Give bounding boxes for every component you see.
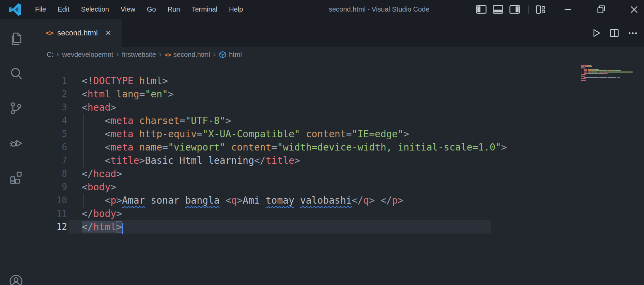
account-icon[interactable] xyxy=(8,273,24,285)
line-number: 10 xyxy=(32,194,67,207)
split-editor-button[interactable] xyxy=(609,27,620,39)
extensions-icon[interactable] xyxy=(8,170,24,186)
source-control-icon[interactable] xyxy=(8,100,24,116)
customize-layout-icon[interactable] xyxy=(536,5,545,14)
line-number: 4 xyxy=(32,114,67,127)
run-and-debug-icon[interactable] xyxy=(8,135,24,151)
menu-help[interactable]: Help xyxy=(223,0,249,19)
html-file-icon: <> xyxy=(165,51,171,58)
tab-second-html[interactable]: <> second.html ✕ xyxy=(32,19,122,47)
controls-divider xyxy=(528,5,529,14)
code-line-6[interactable]: 6 <meta name="viewport" content="width=d… xyxy=(32,141,644,154)
explorer-icon[interactable] xyxy=(8,31,24,47)
breadcrumb-item-second-html[interactable]: <>second.html xyxy=(165,51,210,59)
code-line-1[interactable]: 1<!DOCTYPE html> xyxy=(32,74,644,88)
breadcrumb-item-firstwebsite[interactable]: firstwebsite xyxy=(122,51,156,59)
code-line-12[interactable]: 12</html> xyxy=(32,220,644,234)
menu-file[interactable]: File xyxy=(29,0,52,19)
line-number: 2 xyxy=(32,88,67,101)
chevron-right-icon: › xyxy=(213,51,216,58)
chevron-right-icon: › xyxy=(159,51,162,58)
menu-edit[interactable]: Edit xyxy=(52,0,75,19)
activity-bar xyxy=(0,19,32,285)
vscode-logo-icon xyxy=(9,3,22,16)
line-number: 9 xyxy=(32,180,67,194)
code-line-8[interactable]: 8</head> xyxy=(32,167,644,180)
html-file-icon: <> xyxy=(46,29,53,37)
code-line-2[interactable]: 2<html lang="en"> xyxy=(32,88,644,101)
code-line-5[interactable]: 5 <meta http-equiv="X-UA-Compatible" con… xyxy=(32,127,644,141)
code-line-10[interactable]: 10 <p>Amar sonar bangla <q>Ami tomay val… xyxy=(32,194,644,207)
layout-panel-icon[interactable] xyxy=(493,5,503,14)
chevron-right-icon: › xyxy=(57,51,59,58)
code-line-3[interactable]: 3<head> xyxy=(32,101,644,114)
breadcrumb: C:›wevdevelopemnt›firstwebsite›<>second.… xyxy=(32,47,644,62)
line-number: 7 xyxy=(32,154,67,167)
editor-actions xyxy=(590,19,639,47)
chevron-right-icon: › xyxy=(116,51,119,58)
code-editor[interactable]: 1<!DOCTYPE html>2<html lang="en">3<head>… xyxy=(32,62,644,285)
line-number: 1 xyxy=(32,74,67,88)
line-number: 12 xyxy=(32,220,67,234)
window-title: second.html - Visual Studio Code xyxy=(329,0,429,19)
tab-label: second.html xyxy=(57,29,98,37)
close-button[interactable] xyxy=(629,4,639,15)
symbol-cube-icon xyxy=(219,51,227,59)
tab-bar: <> second.html ✕ xyxy=(32,19,644,47)
search-icon[interactable] xyxy=(8,66,24,81)
window-controls xyxy=(476,0,644,19)
minimize-button[interactable] xyxy=(563,5,572,14)
run-button[interactable] xyxy=(590,27,602,39)
breadcrumb-item-c-[interactable]: C: xyxy=(47,51,53,59)
menu-selection[interactable]: Selection xyxy=(75,0,115,19)
tab-close-icon[interactable]: ✕ xyxy=(104,28,113,38)
more-actions-button[interactable] xyxy=(627,27,639,39)
title-bar: FileEditSelectionViewGoRunTerminalHelp s… xyxy=(0,0,644,19)
restore-button[interactable] xyxy=(596,4,607,15)
layout-sidebar-right-icon[interactable] xyxy=(509,5,520,14)
code-line-4[interactable]: 4 <meta charset="UTF-8"> xyxy=(32,114,644,127)
menu-view[interactable]: View xyxy=(115,0,141,19)
line-number: 3 xyxy=(32,101,67,114)
code-line-7[interactable]: 7 <title>Basic Html learning</title> xyxy=(32,154,644,167)
menu-go[interactable]: Go xyxy=(141,0,162,19)
menu-bar: FileEditSelectionViewGoRunTerminalHelp xyxy=(29,0,249,19)
text-cursor xyxy=(122,223,123,234)
breadcrumb-item-html[interactable]: html xyxy=(219,51,242,59)
line-number: 6 xyxy=(32,141,67,154)
layout-sidebar-left-icon[interactable] xyxy=(476,5,487,14)
menu-run[interactable]: Run xyxy=(162,0,186,19)
menu-terminal[interactable]: Terminal xyxy=(186,0,223,19)
line-number: 5 xyxy=(32,127,67,141)
line-number: 8 xyxy=(32,167,67,180)
line-number: 11 xyxy=(32,207,67,220)
minimap[interactable] xyxy=(581,65,641,81)
breadcrumb-item-wevdevelopemnt[interactable]: wevdevelopemnt xyxy=(62,51,113,59)
code-line-11[interactable]: 11</body> xyxy=(32,207,644,220)
code-line-9[interactable]: 9<body> xyxy=(32,180,644,194)
